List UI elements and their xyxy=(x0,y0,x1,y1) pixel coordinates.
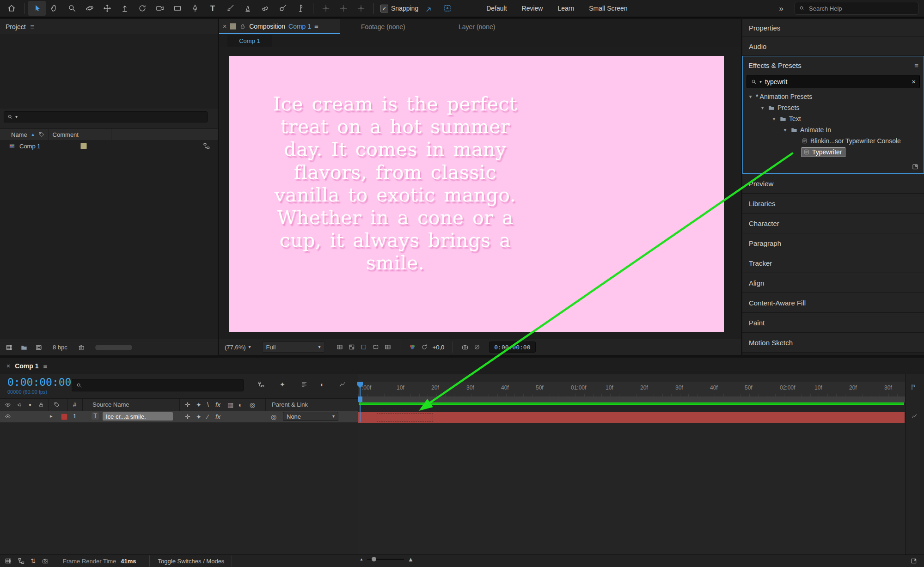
puppet-pin-tool-button[interactable] xyxy=(292,1,309,16)
panel-header-libraries[interactable]: Libraries xyxy=(742,194,924,213)
tab-composition[interactable]: × Composition Comp 1 ≡ xyxy=(219,19,340,34)
type-tool-button[interactable]: T xyxy=(204,1,221,16)
panel-header-motion-sketch[interactable]: Motion Sketch xyxy=(742,333,924,353)
label-color-swatch[interactable] xyxy=(80,143,87,149)
eraser-tool-button[interactable] xyxy=(257,1,274,16)
project-item-name[interactable]: Comp 1 xyxy=(19,143,41,150)
viewer-timecode[interactable]: 0:00:00:00 xyxy=(489,341,535,353)
expand-chevron-icon[interactable]: ▸ xyxy=(50,414,53,419)
column-comment[interactable]: Comment xyxy=(53,131,79,138)
search-help-box[interactable] xyxy=(795,2,918,15)
camera-tool-button[interactable] xyxy=(151,1,169,16)
trash-icon[interactable] xyxy=(78,344,85,351)
panel-header-content-aware-fill[interactable]: Content-Aware Fill xyxy=(742,293,924,313)
safe-zones-icon[interactable] xyxy=(336,343,343,351)
grid-guides-icon[interactable] xyxy=(384,343,392,351)
zoom-in-mountain-icon[interactable]: ▲ xyxy=(408,556,414,562)
show-snapshot-icon[interactable] xyxy=(473,343,481,351)
layer-duration-bar[interactable] xyxy=(358,412,905,423)
orbit-camera-tool-button[interactable] xyxy=(81,1,98,16)
parent-link-column-header[interactable]: Parent & Link xyxy=(272,401,308,408)
channel-rgb-icon[interactable] xyxy=(409,343,416,351)
comp-subtab[interactable]: Comp 1 xyxy=(227,35,272,47)
transparency-grid-icon[interactable] xyxy=(348,343,355,351)
panel-menu-icon[interactable]: ≡ xyxy=(314,22,318,30)
layer-shy-switch-icon[interactable]: ✛ xyxy=(185,414,190,420)
tree-row-animate-in[interactable]: ▾ Animate In xyxy=(743,124,924,135)
new-composition-icon[interactable] xyxy=(35,344,43,351)
panel-menu-icon[interactable]: ≡ xyxy=(31,23,34,30)
workspace-tab-learn[interactable]: Learn xyxy=(550,5,581,12)
effects-search-input[interactable] xyxy=(764,78,909,86)
pen-tool-button[interactable] xyxy=(186,1,204,16)
pan-camera-tool-button[interactable] xyxy=(98,1,116,16)
chevron-down-icon[interactable]: ▾ xyxy=(747,93,753,100)
draft-3d-button[interactable]: ✦ xyxy=(280,381,285,388)
flowchart-icon[interactable] xyxy=(18,557,25,565)
source-name-column-header[interactable]: Source Name xyxy=(92,401,129,408)
layer-collapse-switch-icon[interactable]: ✦ xyxy=(196,414,202,420)
zoom-tool-button[interactable] xyxy=(63,1,81,16)
panel-menu-icon[interactable]: ≡ xyxy=(914,61,918,69)
snap-features-button[interactable] xyxy=(439,1,456,16)
label-column-icon[interactable] xyxy=(54,402,60,408)
panel-header-character[interactable]: Character xyxy=(742,213,924,233)
roto-brush-tool-button[interactable] xyxy=(274,1,292,16)
composition-mini-flowchart-button[interactable] xyxy=(257,381,265,388)
tree-row-preset-blinking[interactable]: Blinkin...sor Typewriter Console xyxy=(743,135,924,146)
lock-icon[interactable] xyxy=(239,23,246,30)
workspace-tab-review[interactable]: Review xyxy=(514,5,551,12)
composition-frame[interactable]: Ice cream is the perfect treat on a hot … xyxy=(229,56,724,332)
layer-quality-switch-icon[interactable]: ∕ xyxy=(207,414,208,420)
work-area-bar[interactable] xyxy=(358,396,905,403)
parent-pickwhip-icon[interactable]: ◎ xyxy=(271,414,276,420)
index-column-header[interactable]: # xyxy=(73,401,76,408)
layer-bar-handles[interactable] xyxy=(377,413,433,422)
time-ruler[interactable]: :00f 10f 20f 30f 40f 50f 01:00f 10f 20f … xyxy=(358,382,905,397)
timeline-graph-area[interactable]: :00f 10f 20f 30f 40f 50f 01:00f 10f 20f … xyxy=(358,374,905,555)
timeline-search-input[interactable] xyxy=(85,381,239,389)
axis-mode-local-button[interactable] xyxy=(317,1,335,16)
search-help-input[interactable] xyxy=(808,5,902,12)
layer-name[interactable]: Ice cr...a smile. xyxy=(103,412,173,421)
solo-column-icon[interactable]: ● xyxy=(29,402,31,407)
new-folder-icon[interactable] xyxy=(20,344,28,351)
label-color-column-icon[interactable] xyxy=(38,131,45,138)
panel-menu-icon[interactable]: ≡ xyxy=(43,362,47,370)
tab-footage[interactable]: Footage (none) xyxy=(361,23,405,30)
audio-column-icon[interactable] xyxy=(17,402,23,408)
render-queue-icon[interactable] xyxy=(5,557,12,565)
color-depth-button[interactable]: 8 bpc xyxy=(53,344,67,351)
timeline-search-box[interactable] xyxy=(72,379,244,391)
dolly-camera-tool-button[interactable] xyxy=(116,1,134,16)
workspace-tab-small-screen[interactable]: Small Screen xyxy=(581,5,635,12)
effects-presets-header[interactable]: Effects & Presets ≡ xyxy=(743,56,924,74)
home-button[interactable] xyxy=(3,1,20,16)
new-panel-button[interactable] xyxy=(912,163,919,171)
hand-tool-button[interactable] xyxy=(46,1,63,16)
layer-eye-icon[interactable] xyxy=(5,413,11,420)
layer-fx-switch-icon[interactable]: fx xyxy=(215,414,220,420)
comp-marker-icon[interactable] xyxy=(910,384,918,391)
expand-tracks-icon[interactable]: ⇅ xyxy=(31,558,36,564)
close-icon[interactable]: × xyxy=(223,23,226,30)
clear-search-icon[interactable]: × xyxy=(912,78,916,85)
comp-mini-map-icon[interactable] xyxy=(910,557,918,565)
timeline-empty-area[interactable] xyxy=(358,423,905,555)
used-in-hierarchy-icon[interactable] xyxy=(203,142,210,150)
rotate-tool-button[interactable] xyxy=(134,1,151,16)
panel-header-paragraph[interactable]: Paragraph xyxy=(742,233,924,253)
graph-editor-button[interactable] xyxy=(339,381,346,388)
timeline-tab-label[interactable]: Comp 1 xyxy=(15,362,38,370)
tree-row-animation-presets[interactable]: ▾ * Animation Presets xyxy=(743,91,924,102)
workspace-tab-default[interactable]: Default xyxy=(479,5,514,12)
panel-header-preview[interactable]: Preview xyxy=(742,174,924,194)
parent-dropdown[interactable]: None ▾ xyxy=(283,412,338,421)
snapshot-icon[interactable] xyxy=(42,557,49,565)
panel-header-audio[interactable]: Audio xyxy=(742,37,924,56)
reset-exposure-icon[interactable] xyxy=(421,343,428,351)
effects-search-box[interactable]: ▾ × xyxy=(747,75,920,88)
panel-header-properties[interactable]: Properties xyxy=(742,19,924,37)
comp-button-icon[interactable] xyxy=(911,413,918,420)
chevron-down-icon[interactable]: ▾ xyxy=(782,127,788,133)
